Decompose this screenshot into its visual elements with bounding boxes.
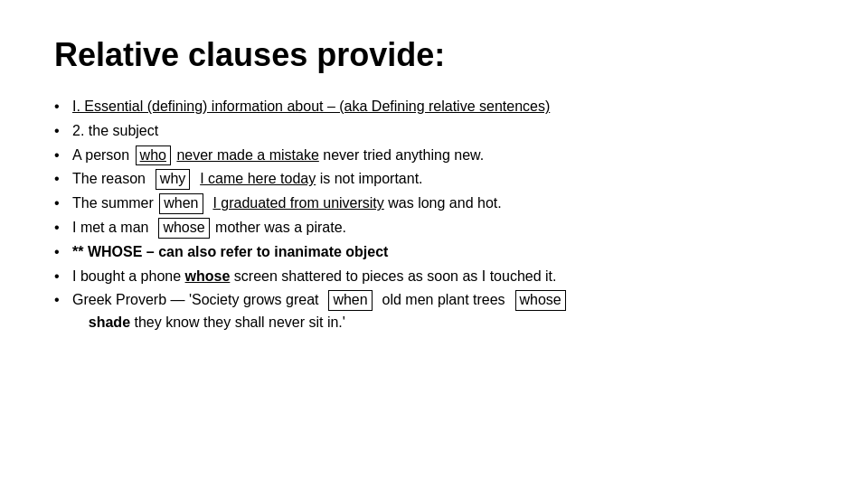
whose-boxed: whose [158,218,209,239]
list-item: I. Essential (defining) information abou… [54,96,814,118]
whose-boxed2: whose [515,290,566,311]
item3-text: A person who never made a mistake never … [72,147,484,163]
bullet-list: I. Essential (defining) information abou… [54,96,814,334]
item6-text: I met a man whose mother was a pirate. [72,220,346,235]
item7-text: ** WHOSE – can also refer to inanimate o… [72,244,388,259]
list-item: A person who never made a mistake never … [54,145,814,167]
list-item: I met a man whose mother was a pirate. [54,217,814,239]
item9-text: Greek Proverb — 'Society grows great whe… [72,292,568,330]
when-boxed: when [159,193,203,214]
slide-content: I. Essential (defining) information abou… [54,96,814,336]
list-item: The reason why I came here today is not … [54,168,814,191]
why-boxed: why [156,169,190,190]
shade-bold: shade [89,314,130,330]
list-item: I bought a phone whose screen shattered … [54,266,814,288]
who-boxed: who [136,145,171,166]
item3-underline: never made a mistake [176,147,318,163]
item1-text: I. Essential (defining) information abou… [72,99,550,114]
item4-text: The reason why I came here today is not … [72,171,423,186]
item5-text: The summer when I graduated from univers… [72,195,502,211]
item4-underline: I came here today [200,171,316,186]
slide-title: Relative clauses provide: [54,36,814,74]
item5-underline: I graduated from university [212,195,383,211]
item2-text: 2. the subject [72,123,158,138]
item8-text: I bought a phone whose screen shattered … [72,268,556,284]
slide: Relative clauses provide: I. Essential (… [0,0,868,488]
list-item: ** WHOSE – can also refer to inanimate o… [54,241,814,264]
when-boxed2: when [328,290,372,311]
list-item: Greek Proverb — 'Society grows great whe… [54,289,814,334]
whose-underline: whose [185,268,231,284]
item1-underline: I. Essential (defining) information abou… [72,99,550,114]
list-item: The summer when I graduated from univers… [54,192,814,215]
list-item: 2. the subject [54,120,814,143]
